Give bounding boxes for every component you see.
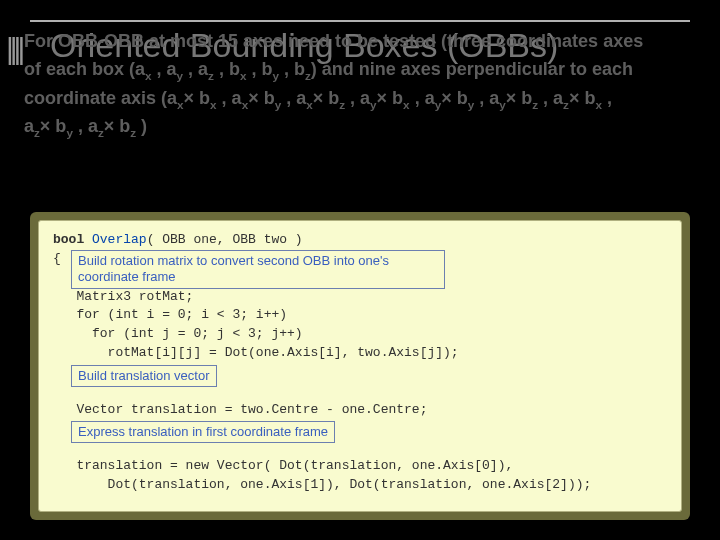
title-marks-icon: |||| bbox=[6, 32, 21, 66]
brace-open: { bbox=[53, 251, 61, 266]
title-rule bbox=[30, 20, 690, 22]
fn-name: Overlap bbox=[92, 232, 147, 247]
code-texp1: translation = new Vector( Dot(translatio… bbox=[53, 458, 513, 473]
code-block: bool Overlap( OBB one, OBB two ) { Matri… bbox=[30, 212, 690, 520]
code-texp2: Dot(translation, one.Axis[1]), Dot(trans… bbox=[53, 477, 591, 492]
annotation-translation: Build translation vector bbox=[71, 365, 217, 387]
annotation-express: Express translation in first coordinate … bbox=[71, 421, 335, 443]
code-inner: bool Overlap( OBB one, OBB two ) { Matri… bbox=[38, 220, 682, 512]
code-for-j: for (int j = 0; j < 3; j++) bbox=[53, 326, 303, 341]
body-text: For OBB-OBB at most 15 axes need to be t… bbox=[24, 28, 700, 142]
annotation-rotation: Build rotation matrix to convert second … bbox=[71, 250, 445, 289]
code-rotmat: Matrix3 rotMat; bbox=[53, 289, 193, 304]
slide: |||| Oriented Bounding Boxes (OBBs) For … bbox=[0, 0, 720, 540]
kw-bool: bool bbox=[53, 232, 92, 247]
code-for-i: for (int i = 0; i < 3; i++) bbox=[53, 307, 287, 322]
body-line1: For OBB-OBB at most 15 axes need to be t… bbox=[24, 31, 643, 51]
fn-params: ( OBB one, OBB two ) bbox=[147, 232, 303, 247]
code-trans: Vector translation = two.Centre - one.Ce… bbox=[53, 402, 427, 417]
code-dot: rotMat[i][j] = Dot(one.Axis[i], two.Axis… bbox=[53, 345, 459, 360]
